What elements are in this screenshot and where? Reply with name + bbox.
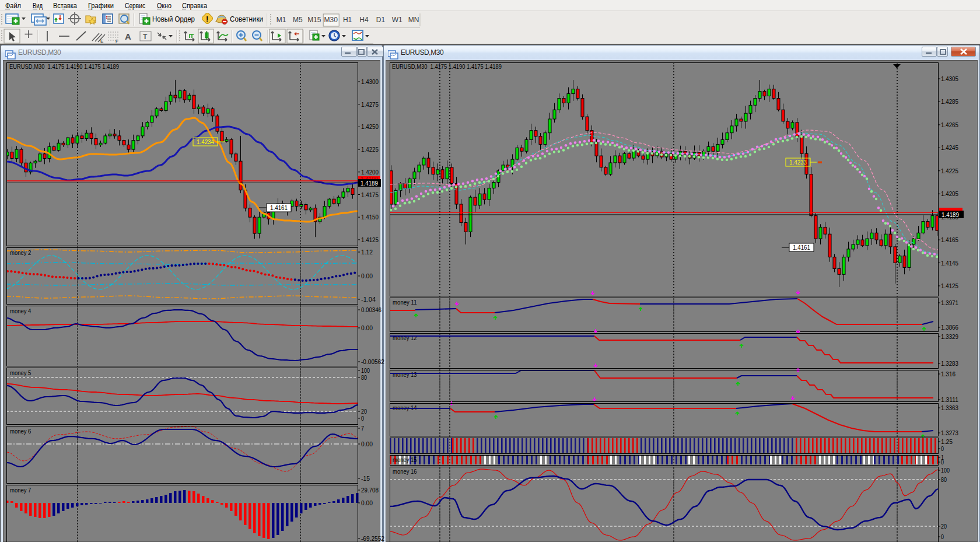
svg-text:M5: M5 xyxy=(293,16,303,24)
svg-text:money 11: money 11 xyxy=(393,299,417,306)
svg-text:1.4145: 1.4145 xyxy=(941,260,958,267)
svg-text:F: F xyxy=(116,39,118,44)
svg-text:1.3866: 1.3866 xyxy=(941,324,958,331)
svg-text:W1: W1 xyxy=(392,16,402,24)
svg-text:0.00: 0.00 xyxy=(361,440,373,447)
svg-text:1.3971: 1.3971 xyxy=(941,299,958,306)
svg-text:80: 80 xyxy=(941,476,947,483)
svg-text:money 6: money 6 xyxy=(10,428,32,435)
svg-text:E: E xyxy=(100,39,103,44)
svg-text:1.4305: 1.4305 xyxy=(941,75,958,82)
svg-text:D1: D1 xyxy=(376,16,386,24)
svg-text:1.4189: 1.4189 xyxy=(360,180,378,187)
svg-text:1.12: 1.12 xyxy=(361,249,373,256)
svg-text:H1: H1 xyxy=(343,16,352,24)
svg-text:1.4225: 1.4225 xyxy=(941,167,958,174)
svg-text:1.4125: 1.4125 xyxy=(361,236,379,243)
svg-text:money 7: money 7 xyxy=(10,487,32,494)
svg-text:20: 20 xyxy=(941,523,947,530)
svg-text:1.3273: 1.3273 xyxy=(941,429,958,436)
svg-text:1.4250: 1.4250 xyxy=(361,123,379,130)
svg-text:1.4275: 1.4275 xyxy=(361,101,379,108)
svg-text:1.4225: 1.4225 xyxy=(361,146,379,153)
svg-text:M15: M15 xyxy=(307,16,321,24)
svg-text:1.4161: 1.4161 xyxy=(793,244,810,251)
svg-text:M30: M30 xyxy=(324,16,338,24)
svg-text:1.4205: 1.4205 xyxy=(941,190,958,197)
svg-text:Графики: Графики xyxy=(88,2,114,10)
svg-text:1.4175: 1.4175 xyxy=(361,191,379,198)
svg-text:Новый Ордер: Новый Ордер xyxy=(152,15,195,23)
svg-text:1.3329: 1.3329 xyxy=(941,333,958,340)
svg-text:1.25: 1.25 xyxy=(941,438,953,445)
svg-text:Вид: Вид xyxy=(33,2,43,10)
svg-text:1.4285: 1.4285 xyxy=(941,98,958,105)
svg-text:80: 80 xyxy=(361,374,367,381)
svg-text:-0.00562: -0.00562 xyxy=(361,358,384,365)
svg-text:1.3283: 1.3283 xyxy=(941,360,958,367)
svg-text:H4: H4 xyxy=(359,16,369,24)
svg-text:-69.2552: -69.2552 xyxy=(361,535,384,542)
svg-text:EURUSD,M30 1.4175 1.4190 1.41: EURUSD,M30 1.4175 1.4190 1.4175 1.4189 xyxy=(392,63,502,70)
svg-text:Справка: Справка xyxy=(182,2,207,10)
svg-text:1.316: 1.316 xyxy=(941,370,956,377)
svg-text:0: 0 xyxy=(941,533,944,540)
svg-text:1.4233: 1.4233 xyxy=(789,159,807,166)
svg-text:0.00: 0.00 xyxy=(361,272,373,279)
svg-text:money 2: money 2 xyxy=(10,249,32,256)
svg-text:money 16: money 16 xyxy=(393,468,417,475)
svg-text:Вставка: Вставка xyxy=(53,2,77,10)
svg-text:20: 20 xyxy=(361,408,367,415)
svg-text:0.00: 0.00 xyxy=(361,324,373,331)
svg-text:0: 0 xyxy=(941,445,944,452)
svg-text:Сервис: Сервис xyxy=(125,2,145,10)
svg-text:A: A xyxy=(125,32,131,41)
svg-text:7: 7 xyxy=(361,425,364,432)
svg-text:0: 0 xyxy=(941,459,944,466)
svg-text:money 4: money 4 xyxy=(10,307,32,314)
svg-text:1.4245: 1.4245 xyxy=(941,144,958,151)
svg-text:1.4150: 1.4150 xyxy=(361,214,379,221)
svg-text:money 12: money 12 xyxy=(393,334,417,341)
svg-text:-1.04: -1.04 xyxy=(361,296,376,303)
svg-text:1.4125: 1.4125 xyxy=(941,282,958,289)
svg-text:money 13: money 13 xyxy=(393,371,417,378)
svg-text:Файл: Файл xyxy=(5,2,21,10)
svg-text:Советники: Советники xyxy=(230,15,263,23)
svg-text:T: T xyxy=(143,33,148,41)
svg-text:0: 0 xyxy=(361,415,364,422)
svg-text:1.4165: 1.4165 xyxy=(941,236,958,243)
svg-text:!: ! xyxy=(206,15,208,23)
svg-text:Окно: Окно xyxy=(157,2,172,10)
svg-text:-15: -15 xyxy=(361,475,370,482)
svg-text:money 5: money 5 xyxy=(10,369,32,376)
svg-text:money 15: money 15 xyxy=(393,456,417,463)
svg-text:1.3111: 1.3111 xyxy=(941,396,958,403)
svg-text:1.4200: 1.4200 xyxy=(361,169,379,176)
svg-text:1.4300: 1.4300 xyxy=(361,78,379,85)
svg-text:100: 100 xyxy=(361,367,370,374)
svg-text:1.4161: 1.4161 xyxy=(270,204,288,211)
svg-text:100: 100 xyxy=(941,467,950,474)
svg-text:1.4234: 1.4234 xyxy=(197,138,214,145)
svg-text:M1: M1 xyxy=(276,16,286,24)
svg-text:1.4265: 1.4265 xyxy=(941,121,958,128)
svg-text:0.00346: 0.00346 xyxy=(361,306,382,313)
svg-text:EURUSD,M30 1.4175 1.4190 1.41: EURUSD,M30 1.4175 1.4190 1.4175 1.4189 xyxy=(9,63,119,70)
svg-text:29.708: 29.708 xyxy=(361,487,379,494)
svg-text:MN: MN xyxy=(408,16,419,24)
svg-text:1.4189: 1.4189 xyxy=(942,211,959,218)
svg-text:0.00: 0.00 xyxy=(361,499,373,506)
svg-text:1.3363: 1.3363 xyxy=(941,404,958,411)
